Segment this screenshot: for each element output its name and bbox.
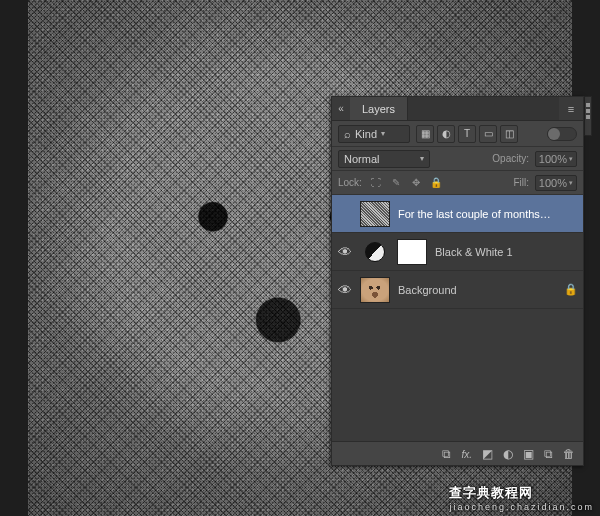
lock-label: Lock:	[338, 177, 362, 188]
opacity-input[interactable]: 100% ▾	[535, 151, 577, 167]
mask-icon: ◩	[482, 447, 493, 461]
fill-label: Fill:	[513, 177, 529, 188]
caret-down-icon: ▾	[420, 154, 424, 163]
panel-dock-flyout[interactable]	[584, 96, 592, 136]
type-icon: T	[464, 128, 470, 139]
add-mask-button[interactable]: ◩	[482, 447, 493, 461]
panel-tabbar: « Layers ≡	[332, 97, 583, 121]
blend-mode-dropdown[interactable]: Normal ▾	[338, 150, 430, 168]
link-icon: ⧉	[442, 447, 451, 461]
adjust-icon: ◐	[503, 447, 513, 461]
opacity-value: 100%	[539, 153, 567, 165]
blend-mode-value: Normal	[344, 153, 379, 165]
group-icon: ▣	[523, 447, 534, 461]
tab-label: Layers	[362, 103, 395, 115]
delete-layer-button[interactable]: 🗑	[563, 447, 575, 461]
menu-icon: ≡	[568, 103, 574, 115]
layer-row-bw[interactable]: 👁 Black & White 1	[332, 233, 583, 271]
opacity-label: Opacity:	[492, 153, 529, 164]
smart-icon: ◫	[505, 128, 514, 139]
lock-pixels-button[interactable]: ✎	[388, 175, 404, 191]
filter-kind-dropdown[interactable]: ⌕ Kind ▾	[338, 125, 410, 143]
layer-thumbnail[interactable]	[360, 201, 390, 227]
transparency-lock-icon: ⛶	[371, 177, 381, 188]
layer-row-text[interactable]: For the last couple of months, Se...	[332, 195, 583, 233]
filter-toggle[interactable]	[547, 127, 577, 141]
watermark: 查字典教程网 jiaocheng.chazidian.com	[449, 484, 594, 512]
eye-icon: 👁	[338, 244, 352, 260]
filter-type-t-icon[interactable]: T	[458, 125, 476, 143]
brush-icon: ✎	[392, 177, 400, 188]
visibility-toggle[interactable]: 👁	[332, 282, 358, 298]
lock-icon: 🔒	[430, 177, 442, 188]
layers-panel: « Layers ≡ ⌕ Kind ▾ ▦ ◐ T ▭ ◫ Normal ▾	[331, 96, 584, 466]
fill-input[interactable]: 100% ▾	[535, 175, 577, 191]
layer-row-background[interactable]: 👁 Background 🔒	[332, 271, 583, 309]
layer-label[interactable]: For the last couple of months, Se...	[390, 208, 559, 220]
visibility-toggle[interactable]: 👁	[332, 244, 358, 260]
adjustment-thumbnail[interactable]	[365, 242, 385, 262]
lock-icons: ⛶ ✎ ✥ 🔒	[368, 175, 444, 191]
pixel-icon: ▦	[421, 128, 430, 139]
trash-icon: 🗑	[563, 447, 575, 461]
mask-thumbnail[interactable]	[397, 239, 427, 265]
layer-filter-row: ⌕ Kind ▾ ▦ ◐ T ▭ ◫	[332, 121, 583, 147]
new-layer-button[interactable]: ⧉	[544, 447, 553, 461]
link-layers-button[interactable]: ⧉	[442, 447, 451, 461]
lock-icon: 🔒	[564, 283, 578, 296]
caret-down-icon: ▾	[381, 129, 385, 138]
adjust-icon: ◐	[442, 128, 451, 139]
layer-label[interactable]: Background	[390, 284, 559, 296]
lock-fill-row: Lock: ⛶ ✎ ✥ 🔒 Fill: 100% ▾	[332, 171, 583, 195]
filter-type-icons: ▦ ◐ T ▭ ◫	[416, 125, 518, 143]
search-icon: ⌕	[344, 128, 351, 140]
layers-panel-footer: ⧉ fx. ◩ ◐ ▣ ⧉ 🗑	[332, 441, 583, 465]
filter-adjust-icon[interactable]: ◐	[437, 125, 455, 143]
tabbar-gap	[408, 97, 559, 120]
panel-menu-button[interactable]: ≡	[559, 97, 583, 120]
eye-icon: 👁	[338, 282, 352, 298]
new-adjustment-button[interactable]: ◐	[503, 447, 513, 461]
filter-pixel-icon[interactable]: ▦	[416, 125, 434, 143]
lock-transparency-button[interactable]: ⛶	[368, 175, 384, 191]
shape-icon: ▭	[484, 128, 493, 139]
layer-lock-indicator: 🔒	[559, 283, 583, 296]
move-icon: ✥	[412, 177, 420, 188]
blend-opacity-row: Normal ▾ Opacity: 100% ▾	[332, 147, 583, 171]
filter-smart-icon[interactable]: ◫	[500, 125, 518, 143]
tab-layers[interactable]: Layers	[350, 97, 408, 120]
lock-all-button[interactable]: 🔒	[428, 175, 444, 191]
lock-position-button[interactable]: ✥	[408, 175, 424, 191]
collapse-panel-button[interactable]: «	[332, 97, 350, 120]
layers-list: For the last couple of months, Se... 👁 B…	[332, 195, 583, 441]
watermark-main: 查字典	[449, 485, 491, 500]
caret-down-icon: ▾	[569, 179, 573, 187]
filter-shape-icon[interactable]: ▭	[479, 125, 497, 143]
watermark-sub: jiaocheng.chazidian.com	[449, 502, 594, 512]
fx-icon: fx.	[461, 449, 472, 460]
layer-thumbnail[interactable]	[360, 277, 390, 303]
layer-label[interactable]: Black & White 1	[427, 246, 559, 258]
filter-kind-label: Kind	[355, 128, 377, 140]
fill-value: 100%	[539, 177, 567, 189]
chevron-left-icon: «	[338, 103, 344, 114]
new-group-button[interactable]: ▣	[523, 447, 534, 461]
canvas-gutter-left	[0, 0, 28, 516]
caret-down-icon: ▾	[569, 155, 573, 163]
new-icon: ⧉	[544, 447, 553, 461]
fx-button[interactable]: fx.	[461, 447, 472, 461]
